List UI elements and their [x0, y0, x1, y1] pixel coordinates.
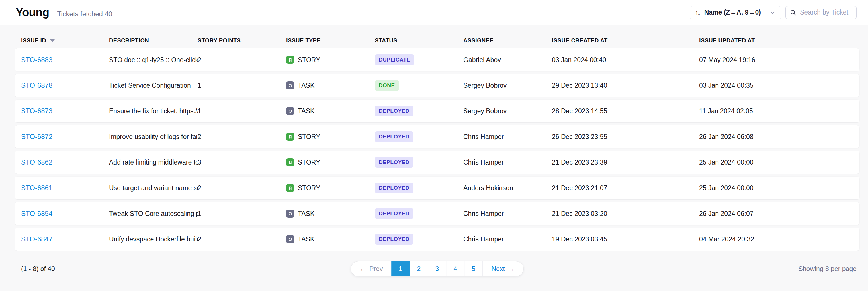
issue-type-label: TASK [298, 82, 314, 89]
page-number-button[interactable]: 2 [410, 261, 428, 276]
issue-description: Add rate-limiting middleware to S... [109, 159, 198, 166]
issue-updated-at: 26 Jan 2024 06:07 [699, 210, 860, 218]
tickets-table: ISSUE ID DESCRIPTION STORY POINTS ISSUE … [0, 25, 868, 291]
story-points-value: 2 [198, 133, 286, 141]
story-points-value: 2 [198, 235, 286, 243]
issue-description: Improve usability of logs for failur... [109, 133, 198, 141]
prev-page-button[interactable]: ← Prev [351, 261, 391, 276]
table-row[interactable]: STO-6847 Unify devspace Dockerfile build… [15, 228, 860, 251]
issue-description: Use target and variant name sear... [109, 184, 198, 192]
table-row[interactable]: STO-6878 Ticket Service Configuration 1 … [15, 74, 860, 97]
prev-label: Prev [369, 265, 383, 273]
next-page-button[interactable]: Next → [483, 261, 523, 276]
issue-created-at: 21 Dec 2023 21:07 [552, 184, 699, 192]
page-number-button[interactable]: 1 [392, 261, 410, 276]
column-header-issue-type: ISSUE TYPE [286, 37, 375, 44]
status-badge: DONE [375, 80, 399, 91]
page-title: Young [16, 6, 49, 19]
column-header-issue-updated-at: ISSUE UPDATED AT [699, 37, 860, 44]
assignee-name: Sergey Bobrov [463, 82, 552, 89]
tickets-fetched-subtitle: Tickets fetched 40 [57, 10, 112, 18]
assignee-name: Chris Hamper [463, 159, 552, 166]
issue-updated-at: 03 Jan 2024 00:35 [699, 82, 860, 89]
status-badge: DUPLICATE [375, 54, 414, 65]
issue-created-at: 21 Dec 2023 03:20 [552, 210, 699, 218]
story-points-value: 3 [198, 159, 286, 166]
top-bar: Young Tickets fetched 40 ↑↓ Name (Z→A, 9… [0, 0, 868, 25]
table-row[interactable]: STO-6873 Ensure the fix for ticket: http… [15, 100, 860, 123]
issue-id-link[interactable]: STO-6883 [21, 56, 53, 64]
table-row[interactable]: STO-6854 Tweak STO Core autoscaling par.… [15, 202, 860, 225]
issue-type-cell: TASK [286, 82, 375, 89]
table-row[interactable]: STO-6872 Improve usability of logs for f… [15, 125, 860, 148]
task-icon [286, 107, 294, 115]
sort-dropdown[interactable]: ↑↓ Name (Z→A, 9→0) [690, 6, 781, 19]
story-points-value: 1 [198, 82, 286, 89]
page-number-button[interactable]: 5 [464, 261, 483, 276]
search-icon [790, 9, 797, 16]
story-icon [286, 158, 294, 166]
story-points-value: 2 [198, 184, 286, 192]
story-icon [286, 133, 294, 141]
sort-updown-icon: ↑↓ [695, 8, 700, 17]
story-points-value: 2 [198, 56, 286, 64]
issue-id-link[interactable]: STO-6878 [21, 82, 53, 89]
table-row[interactable]: STO-6862 Add rate-limiting middleware to… [15, 151, 860, 174]
status-badge: DEPLOYED [375, 208, 413, 219]
status-badge: DEPLOYED [375, 131, 413, 142]
issue-updated-at: 07 May 2024 19:16 [699, 56, 860, 64]
issue-type-label: STORY [298, 56, 320, 64]
title-wrap: Young Tickets fetched 40 [16, 6, 112, 19]
pagination-bar: (1 - 8) of 40 ← Prev 1 2 3 4 5 Next → Sh… [15, 261, 860, 276]
per-page-label: Showing 8 per page [798, 265, 857, 273]
issue-type-cell: TASK [286, 209, 375, 218]
issue-type-cell: STORY [286, 184, 375, 192]
pagination: ← Prev 1 2 3 4 5 Next → [351, 261, 523, 276]
issue-id-link[interactable]: STO-6861 [21, 184, 53, 192]
issue-created-at: 26 Dec 2023 23:55 [552, 133, 699, 141]
issue-updated-at: 11 Jan 2024 02:05 [699, 107, 860, 115]
issue-description: Ticket Service Configuration [109, 82, 198, 89]
column-header-assignee: ASSIGNEE [463, 37, 552, 44]
issue-updated-at: 25 Jan 2024 00:00 [699, 159, 860, 166]
issue-id-link[interactable]: STO-6872 [21, 133, 53, 140]
issue-id-link[interactable]: STO-6847 [21, 235, 53, 243]
task-icon [286, 209, 294, 218]
page-number-button[interactable]: 3 [428, 261, 446, 276]
column-header-status: STATUS [375, 37, 463, 44]
page-number-button[interactable]: 4 [446, 261, 464, 276]
issue-type-cell: TASK [286, 235, 375, 243]
issue-type-label: TASK [298, 210, 314, 218]
table-row[interactable]: STO-6883 STO doc :: q1-fy25 :: One-click… [15, 48, 860, 71]
search-input[interactable] [800, 8, 852, 16]
story-icon [286, 56, 294, 64]
chevron-down-icon [770, 9, 776, 15]
table-header-row: ISSUE ID DESCRIPTION STORY POINTS ISSUE … [15, 32, 860, 48]
search-box [785, 6, 857, 19]
assignee-name: Gabriel Aboy [463, 56, 552, 64]
results-range: (1 - 8) of 40 [15, 265, 55, 273]
issue-type-cell: STORY [286, 56, 375, 64]
status-badge: DEPLOYED [375, 157, 413, 168]
column-header-issue-created-at: ISSUE CREATED AT [552, 37, 699, 44]
sort-dropdown-label: Name (Z→A, 9→0) [704, 8, 761, 16]
assignee-name: Chris Hamper [463, 235, 552, 243]
issue-description: Tweak STO Core autoscaling par... [109, 210, 198, 218]
table-row[interactable]: STO-6861 Use target and variant name sea… [15, 176, 860, 199]
issue-id-link[interactable]: STO-6854 [21, 209, 53, 217]
issue-type-label: STORY [298, 159, 320, 166]
issue-type-cell: TASK [286, 107, 375, 115]
status-badge: DEPLOYED [375, 106, 413, 117]
issue-description: Ensure the fix for ticket: https://h... [109, 107, 198, 115]
issue-created-at: 03 Jan 2024 00:40 [552, 56, 699, 64]
issue-type-cell: STORY [286, 133, 375, 141]
table-body: STO-6883 STO doc :: q1-fy25 :: One-click… [15, 48, 860, 251]
issue-id-link[interactable]: STO-6873 [21, 107, 53, 115]
task-icon [286, 82, 294, 89]
arrow-left-icon: ← [360, 265, 366, 273]
issue-id-link[interactable]: STO-6862 [21, 158, 53, 166]
issue-updated-at: 25 Jan 2024 00:00 [699, 184, 860, 192]
column-header-issue-id[interactable]: ISSUE ID [21, 37, 109, 44]
issue-updated-at: 26 Jan 2024 06:08 [699, 133, 860, 141]
app-root: Young Tickets fetched 40 ↑↓ Name (Z→A, 9… [0, 0, 868, 291]
